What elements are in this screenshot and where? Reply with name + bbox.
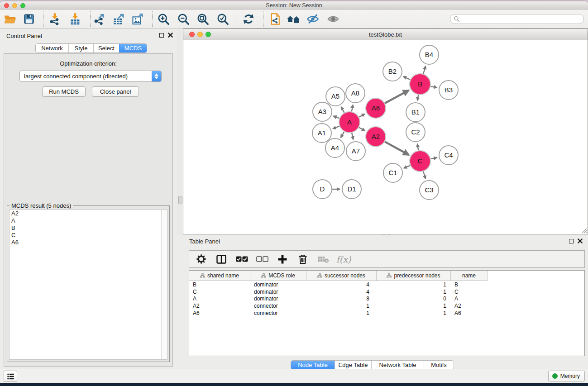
close-panel-button[interactable]: Close panel [92,86,139,97]
graph-node-B[interactable]: B [410,74,430,95]
float-panel-icon[interactable] [159,33,164,38]
column-browser-icon[interactable] [215,255,228,264]
gear-icon[interactable] [194,254,208,264]
graph-node-B2[interactable]: B2 [383,62,402,81]
graph-edge-B-B1[interactable] [417,95,418,101]
zoom-selected-icon[interactable] [215,11,231,27]
network-file-icon[interactable] [267,11,283,27]
hide-panels-icon[interactable] [305,11,321,27]
graph-node-A1[interactable]: A1 [312,124,331,143]
column-header-shared-name[interactable]: shared name [189,271,250,281]
table-row[interactable]: A2connector11A2 [189,302,584,310]
graph-edge-A-A4[interactable] [341,132,344,138]
graph-node-B1[interactable]: B1 [406,103,425,122]
table-row[interactable]: Cdominator41C [189,288,584,295]
tab-select[interactable]: Select [93,44,119,52]
table-row[interactable]: A6connector11A6 [189,310,584,317]
refresh-icon[interactable] [240,11,257,27]
graph-edge-B-B4[interactable] [423,66,425,74]
open-session-icon[interactable] [2,11,18,27]
tab-network[interactable]: Network [36,44,68,52]
graph-edge-A-A5[interactable] [341,107,344,113]
graph-edge-A-A6[interactable] [359,114,365,117]
function-builder-icon[interactable]: f(x) [337,254,350,264]
import-table-icon[interactable] [67,11,83,27]
list-scrollbar[interactable] [161,210,167,359]
graph-edge-A-A2[interactable] [359,128,365,131]
column-header-predecessor-nodes[interactable]: predecessor nodes [377,271,451,281]
delete-column-icon[interactable] [296,254,310,264]
vertical-splitter-handle[interactable] [178,196,182,204]
welcome-screen-icon[interactable] [285,11,301,27]
graph-edge-A6-B[interactable] [385,90,409,103]
graph-node-D1[interactable]: D1 [342,180,361,199]
add-column-icon[interactable] [276,254,289,264]
graph-edge-A2-C[interactable] [385,142,409,155]
mcds-result-item[interactable]: C [10,232,167,239]
graph-node-C2[interactable]: C2 [406,123,425,142]
graph-node-C[interactable]: C [410,151,430,172]
mcds-result-item[interactable]: A [10,217,167,224]
graph-edge-C-C2[interactable] [417,144,418,151]
graph-node-A2[interactable]: A2 [366,127,386,147]
graph-node-C1[interactable]: C1 [383,163,402,182]
graph-node-A8[interactable]: A8 [346,84,365,103]
graph-node-C4[interactable]: C4 [439,146,458,165]
graph-node-A[interactable]: A [339,112,360,133]
zoom-fit-icon[interactable] [195,11,211,27]
tab-mcds[interactable]: MCDS [119,44,147,52]
graph-edge-B-B3[interactable] [431,86,437,88]
show-panels-icon[interactable] [325,11,341,27]
tab-network-table[interactable]: Network Table [371,361,424,369]
graph-node-A7[interactable]: A7 [346,142,365,161]
graph-edge-B-B2[interactable] [403,76,411,80]
graph-node-A5[interactable]: A5 [326,87,345,106]
memory-button[interactable]: Memory [548,371,585,381]
save-session-icon[interactable] [21,11,37,27]
close-panel-icon[interactable] [168,33,173,38]
graph-edge-A-A3[interactable] [333,116,339,118]
graph-node-C3[interactable]: C3 [420,181,439,200]
run-mcds-button[interactable]: Run MCDS [42,86,86,97]
task-history-button[interactable] [4,371,17,382]
column-header-successor-nodes[interactable]: successor nodes [306,271,377,281]
tab-motifs[interactable]: Motifs [424,361,454,369]
column-header-name[interactable]: name [451,271,488,281]
graph-edge-A-A1[interactable] [333,126,339,129]
graph-edge-C-C4[interactable] [431,157,437,159]
deselect-all-icon[interactable] [255,256,269,262]
mcds-result-item[interactable]: A6 [10,239,167,246]
criterion-dropdown[interactable]: largest connected component (directed) [19,71,162,82]
tab-edge-table[interactable]: Edge Table [335,361,371,369]
mcds-result-item[interactable]: B [10,224,167,232]
node-table[interactable]: shared nameMCDS rolesuccessor nodesprede… [189,270,585,356]
graph-node-B3[interactable]: B3 [439,81,458,100]
table-row[interactable]: Bdominator41B [189,281,584,288]
export-image-icon[interactable] [129,11,146,27]
search-input[interactable] [462,16,583,22]
import-network-icon[interactable] [47,11,63,27]
zoom-out-icon[interactable] [175,11,191,27]
graph-node-B4[interactable]: B4 [420,45,439,64]
tab-style[interactable]: Style [68,44,93,52]
zoom-in-icon[interactable] [155,11,172,27]
graph-edge-A-A8[interactable] [352,105,353,111]
network-canvas[interactable]: AA1A2A3A4A5A6A7A8BB1B2B3B4CC1C2C3C4DD1 [183,40,588,234]
resize-grip-icon[interactable] [581,227,587,234]
export-table-icon[interactable] [110,11,127,27]
graph-node-D[interactable]: D [313,180,332,199]
graph-edge-C-C3[interactable] [423,172,425,179]
table-row[interactable]: Adominator80A [189,295,584,303]
mcds-result-list[interactable]: A2ABCA6 [9,210,167,360]
graph-node-A6[interactable]: A6 [366,98,386,118]
tab-node-table[interactable]: Node Table [291,361,335,369]
mcds-result-item[interactable]: A2 [10,210,167,217]
select-all-icon[interactable] [235,256,249,262]
graph-edge-C-C1[interactable] [404,166,410,168]
graph-edge-A-A7[interactable] [352,133,353,139]
float-table-panel-icon[interactable] [569,239,574,243]
search-field[interactable] [450,14,584,24]
close-table-panel-icon[interactable] [578,238,583,243]
graph-node-A3[interactable]: A3 [313,102,332,121]
export-network-icon[interactable] [91,11,107,27]
